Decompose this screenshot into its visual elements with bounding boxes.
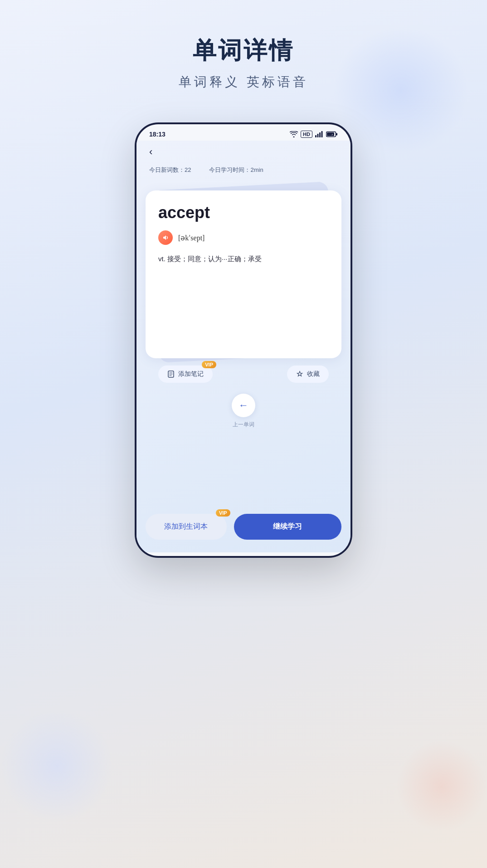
svg-rect-1 bbox=[317, 134, 319, 137]
vip-badge-note: VIP bbox=[202, 361, 216, 368]
card-stack: accept [əkˈsept] vt. 接受；同意；认为···正确；承受 bbox=[146, 186, 341, 358]
phone-content: ‹ 今日新词数：22 今日学习时间：2min accept bbox=[136, 141, 351, 552]
status-time: 18:13 bbox=[149, 131, 166, 138]
svg-rect-2 bbox=[319, 132, 321, 137]
phonetic-text: [əkˈsept] bbox=[178, 234, 205, 242]
bg-blob-bottom-left bbox=[0, 709, 113, 823]
word-text: accept bbox=[158, 203, 329, 222]
status-icons: HD bbox=[290, 131, 338, 138]
svg-rect-6 bbox=[336, 133, 337, 136]
svg-rect-0 bbox=[315, 135, 317, 137]
svg-rect-3 bbox=[321, 131, 323, 137]
continue-study-button[interactable]: 继续学习 bbox=[234, 514, 341, 540]
hd-badge: HD bbox=[301, 131, 312, 138]
star-icon bbox=[296, 371, 303, 378]
pronunciation-row: [əkˈsept] bbox=[158, 230, 329, 245]
wifi-icon bbox=[290, 131, 298, 137]
prev-word-button[interactable]: ← bbox=[232, 394, 255, 417]
signal-icon bbox=[315, 131, 323, 137]
back-button[interactable]: ‹ bbox=[146, 141, 341, 161]
add-note-button[interactable]: 添加笔记 VIP bbox=[158, 366, 213, 383]
sound-button[interactable] bbox=[158, 230, 173, 245]
new-words-stat: 今日新词数：22 bbox=[149, 166, 191, 174]
status-bar: 18:13 HD bbox=[136, 124, 351, 141]
study-time-stat: 今日学习时间：2min bbox=[209, 166, 263, 174]
page-header: 单词详情 单词释义 英标语音 bbox=[0, 36, 487, 91]
word-card: accept [əkˈsept] vt. 接受；同意；认为···正确；承受 bbox=[146, 190, 341, 358]
page-title: 单词详情 bbox=[0, 36, 487, 64]
prev-arrow-icon: ← bbox=[239, 400, 248, 411]
stats-row: 今日新词数：22 今日学习时间：2min bbox=[146, 161, 341, 179]
note-icon bbox=[167, 371, 175, 378]
prev-word-label: 上一单词 bbox=[233, 421, 254, 429]
vip-badge-vocab: VIP bbox=[216, 509, 230, 517]
battery-icon bbox=[326, 131, 338, 137]
page-subtitle: 单词释义 英标语音 bbox=[0, 73, 487, 91]
bottom-buttons: 添加到生词本 VIP 继续学习 bbox=[146, 514, 341, 540]
svg-rect-5 bbox=[327, 132, 334, 136]
navigation-section: ← 上一单词 bbox=[146, 394, 341, 429]
bg-blob-bottom-right bbox=[396, 741, 487, 832]
definition-text: vt. 接受；同意；认为···正确；承受 bbox=[158, 253, 329, 265]
phone-frame: 18:13 HD bbox=[135, 122, 352, 558]
collect-button[interactable]: 收藏 bbox=[287, 366, 329, 383]
add-vocab-button[interactable]: 添加到生词本 VIP bbox=[146, 514, 227, 540]
